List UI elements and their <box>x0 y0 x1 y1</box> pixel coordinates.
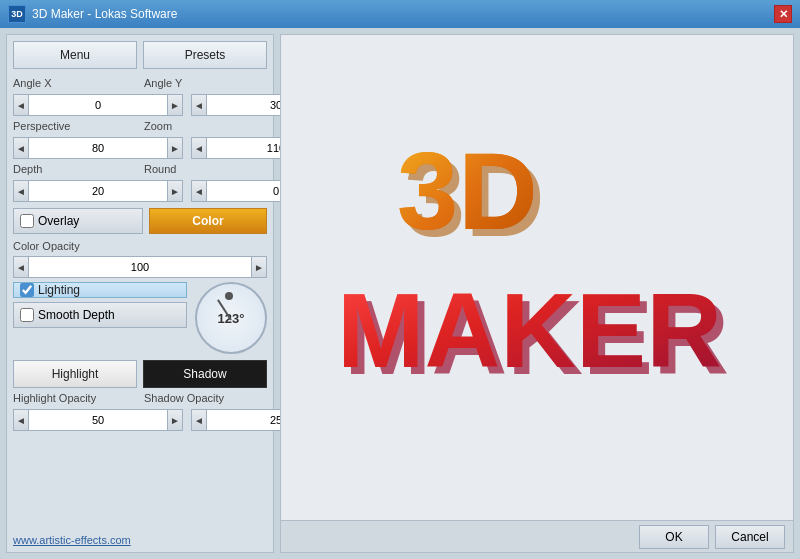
smooth-depth-label: Smooth Depth <box>38 308 115 322</box>
color-opacity-input[interactable] <box>29 256 251 278</box>
lighting-checkbox[interactable] <box>20 283 34 297</box>
dial-dot <box>225 292 233 300</box>
color-opacity-spinner: ◄ ► <box>13 256 267 278</box>
highlight-button[interactable]: Highlight <box>13 360 137 388</box>
title-bar-left: 3D 3D Maker - Lokas Software <box>8 5 177 23</box>
lighting-controls: Lighting Smooth Depth <box>13 282 187 328</box>
opacity-spinners: ◄ ► ◄ ► <box>13 409 267 431</box>
overlay-label: Overlay <box>38 214 79 228</box>
angle-x-right-btn[interactable]: ► <box>167 94 183 116</box>
lighting-button[interactable]: Lighting <box>13 282 187 298</box>
highlight-opacity-label: Highlight Opacity <box>13 392 136 404</box>
depth-round-labels: Depth Round <box>13 163 267 176</box>
title-text: 3D Maker - Lokas Software <box>32 7 177 21</box>
svg-text:3D: 3D <box>397 129 538 252</box>
depth-left-btn[interactable]: ◄ <box>13 180 29 202</box>
perspective-right-btn[interactable]: ► <box>167 137 183 159</box>
perspective-input[interactable] <box>29 137 167 159</box>
shadow-opacity-label: Shadow Opacity <box>144 392 267 404</box>
highlight-opacity-right-btn[interactable]: ► <box>167 409 183 431</box>
angle-labels: Angle X Angle Y <box>13 77 267 90</box>
angle-x-label: Angle X <box>13 77 136 89</box>
angle-x-spinner: ◄ ► <box>13 94 183 116</box>
shadow-opacity-left-btn[interactable]: ◄ <box>191 409 207 431</box>
color-opacity-label: Color Opacity <box>13 240 267 252</box>
lighting-label: Lighting <box>38 283 80 297</box>
persp-zoom-labels: Perspective Zoom <box>13 120 267 133</box>
highlight-opacity-left-btn[interactable]: ◄ <box>13 409 29 431</box>
right-panel: 3D 3 <box>280 34 794 553</box>
perspective-left-btn[interactable]: ◄ <box>13 137 29 159</box>
angle-y-left-btn[interactable]: ◄ <box>191 94 207 116</box>
title-bar: 3D 3D Maker - Lokas Software ✕ <box>0 0 800 28</box>
overlay-checkbox[interactable] <box>20 214 34 228</box>
presets-button[interactable]: Presets <box>143 41 267 69</box>
round-left-btn[interactable]: ◄ <box>191 180 207 202</box>
color-opacity-right-btn[interactable]: ► <box>251 256 267 278</box>
menu-button[interactable]: Menu <box>13 41 137 69</box>
main-container: Menu Presets Angle X Angle Y ◄ ► ◄ ► Per… <box>0 28 800 559</box>
depth-input[interactable] <box>29 180 167 202</box>
app-icon: 3D <box>8 5 26 23</box>
color-opacity-left-btn[interactable]: ◄ <box>13 256 29 278</box>
preview-svg: 3D 3 <box>317 94 757 494</box>
footer-link[interactable]: www.artistic-effects.com <box>13 534 267 546</box>
lighting-section: Lighting Smooth Depth 123° <box>13 282 267 354</box>
depth-round-spinners: ◄ ► ◄ ► <box>13 180 267 202</box>
bottom-bar: OK Cancel <box>281 520 793 552</box>
cancel-button[interactable]: Cancel <box>715 525 785 549</box>
perspective-spinner: ◄ ► <box>13 137 183 159</box>
overlay-button[interactable]: Overlay <box>13 208 143 234</box>
angle-x-input[interactable] <box>29 94 167 116</box>
svg-text:MAKER: MAKER <box>337 272 722 389</box>
smooth-depth-row: Smooth Depth <box>13 302 187 328</box>
3d-text-group: 3D 3 <box>337 129 729 396</box>
depth-right-btn[interactable]: ► <box>167 180 183 202</box>
depth-label: Depth <box>13 163 136 175</box>
preview-canvas: 3D 3 <box>281 35 793 552</box>
angle-dial-container: 123° <box>195 282 267 354</box>
ok-button[interactable]: OK <box>639 525 709 549</box>
persp-zoom-spinners: ◄ ► ◄ ► <box>13 137 267 159</box>
overlay-color-row: Overlay Color <box>13 208 267 234</box>
round-label: Round <box>144 163 267 175</box>
depth-spinner: ◄ ► <box>13 180 183 202</box>
angle-dial[interactable]: 123° <box>195 282 267 354</box>
left-panel: Menu Presets Angle X Angle Y ◄ ► ◄ ► Per… <box>6 34 274 553</box>
angle-y-label: Angle Y <box>144 77 267 89</box>
angle-spinners: ◄ ► ◄ ► <box>13 94 267 116</box>
top-buttons: Menu Presets <box>13 41 267 69</box>
zoom-label: Zoom <box>144 120 267 132</box>
highlight-opacity-input[interactable] <box>29 409 167 431</box>
color-button[interactable]: Color <box>149 208 267 234</box>
smooth-depth-checkbox[interactable] <box>20 308 34 322</box>
perspective-label: Perspective <box>13 120 136 132</box>
highlight-shadow-row: Highlight Shadow <box>13 360 267 388</box>
shadow-button[interactable]: Shadow <box>143 360 267 388</box>
highlight-opacity-spinner: ◄ ► <box>13 409 183 431</box>
close-button[interactable]: ✕ <box>774 5 792 23</box>
opacity-labels: Highlight Opacity Shadow Opacity <box>13 392 267 405</box>
angle-x-left-btn[interactable]: ◄ <box>13 94 29 116</box>
zoom-left-btn[interactable]: ◄ <box>191 137 207 159</box>
smooth-depth-button[interactable]: Smooth Depth <box>13 302 187 328</box>
